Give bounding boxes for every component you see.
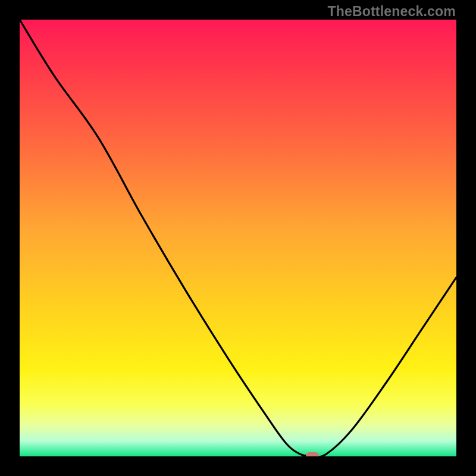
plot-area: [20, 20, 456, 456]
bottleneck-curve: [20, 20, 456, 456]
chart-frame: TheBottleneck.com: [0, 0, 476, 476]
watermark-text: TheBottleneck.com: [327, 4, 456, 20]
optimal-point-marker: [306, 452, 319, 456]
